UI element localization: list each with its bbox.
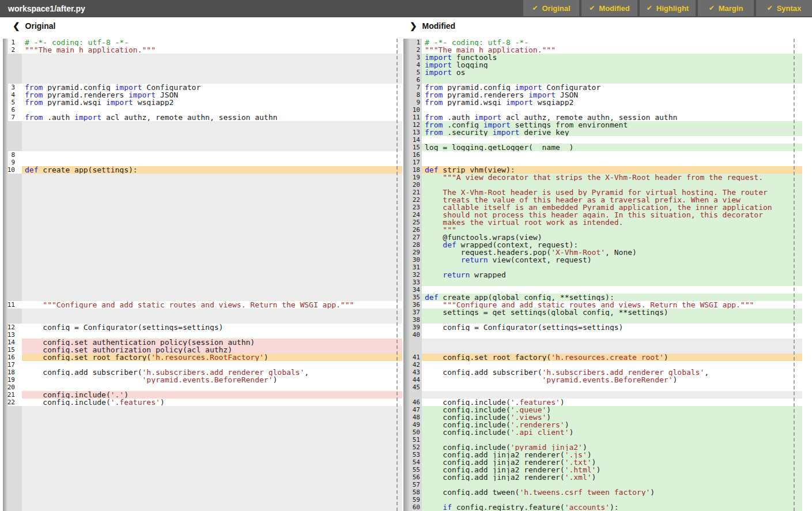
- toggle-syntax-button[interactable]: ✔ Syntax: [756, 0, 812, 16]
- code-text: request.headers.pop('X-Vhm-Root', None): [422, 249, 802, 256]
- gutter-gap: [15, 421, 22, 429]
- code-text: config.add_jinja2_renderer('.xml'): [422, 474, 802, 481]
- filler-line: [7, 129, 402, 136]
- line-number: [7, 271, 15, 279]
- line-number: [7, 174, 15, 181]
- code-text: [22, 271, 402, 279]
- code-line: 57: [403, 481, 802, 489]
- code-text: [422, 391, 802, 399]
- code-line: 38: [403, 316, 802, 324]
- code-text: config.add_subscriber('h.subscribers.add…: [422, 369, 802, 376]
- code-line: 19 'pyramid.events.BeforeRender'): [7, 376, 402, 384]
- filler-line: [7, 189, 402, 196]
- code-line: 20: [403, 181, 802, 189]
- filler-line: [7, 196, 402, 204]
- gutter-gap: [15, 204, 22, 211]
- code-text: [422, 106, 802, 114]
- line-number: [7, 316, 15, 324]
- code-line: 51: [403, 436, 802, 444]
- code-text: [22, 106, 402, 114]
- code-text: config.add_jinja2_renderer('.txt'): [422, 459, 802, 466]
- gutter-gap: [15, 346, 22, 354]
- code-text: """The main h application.""": [22, 46, 402, 54]
- gutter-gap: [15, 301, 22, 309]
- line-number: [7, 286, 15, 294]
- line-number: 54: [403, 459, 421, 466]
- line-number: 38: [403, 316, 421, 324]
- gutter-gap: [15, 436, 22, 444]
- line-number: 5: [403, 69, 421, 76]
- line-number: [7, 61, 15, 69]
- code-line: 28 def wrapped(context, request):: [403, 241, 802, 249]
- filler-line: [403, 346, 802, 354]
- line-number: [7, 504, 15, 511]
- code-text: [22, 219, 402, 226]
- line-number: 12: [403, 121, 421, 129]
- code-line: 58 config.add_tween('h.tweens.csrf_tween…: [403, 489, 802, 496]
- line-number: [7, 54, 15, 61]
- gutter-gap: [15, 309, 22, 316]
- toggle-original-button[interactable]: ✔ Original: [523, 0, 579, 16]
- line-number: 10: [403, 106, 421, 114]
- code-text: config.include('.renderers'): [422, 421, 802, 429]
- code-text: config.include('.features'): [422, 399, 802, 406]
- line-number: 56: [403, 474, 421, 481]
- code-line: 12 config = Configurator(settings=settin…: [7, 324, 402, 331]
- line-number: 39: [403, 324, 421, 331]
- gutter-gap: [15, 429, 22, 436]
- toggle-margin-button[interactable]: ✔ Margin: [698, 0, 754, 16]
- code-text: config.add_jinja2_renderer('.js'): [422, 451, 802, 459]
- filler-line: [7, 496, 402, 504]
- code-line: 22 treats the value of this header as a …: [403, 196, 802, 204]
- code-line: 17: [7, 361, 402, 369]
- line-number: 46: [403, 399, 421, 406]
- code-text: from .security import derive_key: [422, 129, 802, 136]
- original-pane-title: Original: [25, 21, 56, 31]
- gutter-gap: [15, 286, 22, 294]
- line-number: 27: [403, 234, 421, 241]
- code-line: 5import os: [403, 69, 802, 76]
- line-number: 13: [403, 129, 421, 136]
- filler-line: [7, 241, 402, 249]
- gutter-gap: [15, 504, 22, 511]
- line-number: 23: [403, 204, 421, 211]
- line-number: 26: [403, 226, 421, 234]
- code-text: [22, 474, 402, 481]
- filler-line: [7, 76, 402, 84]
- code-text: return view(context, request): [422, 256, 802, 264]
- code-text: [422, 316, 802, 324]
- line-number: 21: [7, 391, 15, 399]
- line-number: 29: [403, 249, 421, 256]
- line-number: [403, 346, 421, 354]
- chevron-left-icon: ❮: [13, 21, 20, 31]
- code-text: [22, 361, 402, 369]
- gutter-gap: [15, 481, 22, 489]
- gutter-gap: [15, 91, 22, 99]
- code-line: 39 config = Configurator(settings=settin…: [403, 324, 802, 331]
- code-text: [22, 204, 402, 211]
- code-text: [22, 294, 402, 301]
- code-line: 14: [403, 136, 802, 144]
- code-line: 37 settings = get_settings(global_config…: [403, 309, 802, 316]
- gutter-gap: [15, 331, 22, 339]
- code-text: [422, 331, 802, 339]
- chevron-right-icon: ❯: [410, 21, 417, 31]
- line-number: [7, 429, 15, 436]
- line-number: 4: [7, 91, 15, 99]
- code-text: from .auth import acl_authz, remote_auth…: [22, 114, 402, 121]
- toggle-modified-button[interactable]: ✔ Modified: [581, 0, 637, 16]
- line-number: 21: [403, 189, 421, 196]
- code-line: 4from pyramid.renderers import JSON: [7, 91, 402, 99]
- line-number: 24: [403, 211, 421, 219]
- code-text: [22, 234, 402, 241]
- filler-line: [7, 406, 402, 414]
- gutter-gap: [15, 114, 22, 121]
- diff-viewer-window: { "window_title": "workspace1/after.py",…: [0, 0, 812, 511]
- toggle-highlight-button[interactable]: ✔ Highlight: [640, 0, 696, 16]
- code-text: """The main h application.""": [422, 46, 802, 54]
- code-line: 50 config.include('.api_client'): [403, 429, 802, 436]
- code-text: def create_app(global_config, **settings…: [422, 294, 802, 301]
- gutter-gap: [15, 121, 22, 129]
- line-number: 59: [403, 496, 421, 504]
- gutter-gap: [15, 271, 22, 279]
